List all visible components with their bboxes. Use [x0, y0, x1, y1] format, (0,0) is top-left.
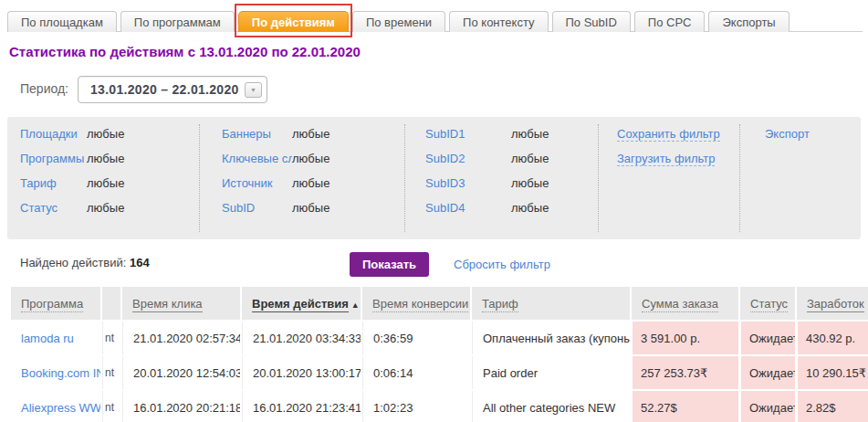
table-header-row: Программа Время клика Время действия▲ Вр… — [11, 287, 868, 320]
tab-subid[interactable]: По SubID — [552, 11, 631, 32]
found-actions-label: Найдено действий: — [20, 256, 126, 269]
tab-time[interactable]: По времени — [352, 11, 445, 32]
filter-subid4-link[interactable]: SubID4 — [425, 201, 465, 215]
cell-order-sum: 3 591.00 р. — [632, 322, 738, 354]
filter-platforms-link[interactable]: Площадки — [20, 127, 78, 141]
header-click-time: Время клика — [122, 287, 240, 320]
filter-subid3-value: любые — [511, 176, 549, 190]
cell-tariff: Paid order — [472, 356, 630, 389]
filter-divider — [404, 124, 405, 232]
filter-banners-link[interactable]: Баннеры — [222, 127, 271, 141]
filter-divider — [598, 124, 599, 232]
filter-subid2-link[interactable]: SubID2 — [425, 152, 465, 165]
filter-programs-link[interactable]: Программы — [20, 152, 84, 165]
header-order-sum: Сумма заказа — [632, 287, 738, 320]
cell-action-time: 16.01.2020 21:23:41 — [242, 391, 361, 422]
cell-type: nt — [102, 391, 120, 422]
filter-subid2-value: любые — [511, 152, 549, 165]
period-label: Период: — [20, 81, 68, 96]
filter-column-4: Сохранить фильтр Загрузить фильтр — [617, 127, 720, 176]
tab-actions[interactable]: По действиям — [238, 11, 349, 32]
filter-banners-value: любые — [292, 127, 329, 141]
chevron-down-icon[interactable]: ▼ — [245, 82, 262, 98]
cell-click-time: 16.01.2020 20:21:18 — [122, 391, 240, 422]
program-link[interactable]: Aliexpress WW — [21, 401, 100, 415]
header-status: Статус — [740, 287, 795, 320]
tab-platforms[interactable]: По площадкам — [7, 11, 117, 32]
filter-column-2: Баннерылюбые Ключевые слолюбые Источникл… — [222, 127, 329, 226]
filter-keywords-link[interactable]: Ключевые сло — [222, 152, 292, 165]
sort-action-time[interactable]: Время действия — [252, 297, 349, 312]
table-row: lamoda ru nt 21.01.2020 02:57:34 21.01.2… — [11, 322, 868, 354]
filter-source-value: любые — [292, 176, 329, 190]
tab-actions-label: По действиям — [252, 16, 335, 29]
filter-subid-value: любые — [292, 201, 329, 215]
load-filter-link[interactable]: Загрузить фильтр — [617, 152, 715, 166]
cell-program: lamoda ru — [11, 322, 100, 354]
tab-bar: По площадкам По программам По действиям … — [7, 11, 790, 32]
period-input[interactable]: 13.01.2020 – 22.01.2020 ▼ — [78, 76, 267, 103]
statistics-page: По площадкам По программам По действиям … — [0, 0, 868, 422]
cell-status: Ожидает — [740, 391, 795, 422]
cell-program: Booking.com IN — [11, 356, 100, 389]
filter-subid1-value: любые — [511, 127, 549, 141]
cell-tariff: All other categories NEW — [472, 391, 630, 422]
filter-column-5: Экспорт — [765, 127, 810, 152]
found-actions-count: 164 — [130, 256, 150, 269]
filter-status-value: любые — [87, 201, 124, 215]
cell-earnings: 2.82$ — [797, 391, 868, 422]
filter-platforms-value: любые — [87, 127, 124, 141]
show-button[interactable]: Показать — [350, 252, 429, 277]
cell-action-time: 21.01.2020 03:34:33 — [242, 322, 361, 354]
filter-column-1: Площадкилюбые Программылюбые Тарифлюбые … — [20, 127, 124, 226]
filter-status-link[interactable]: Статус — [20, 201, 58, 215]
cell-conversion-time: 0:06:14 — [362, 356, 470, 389]
reset-filter-link[interactable]: Сбросить фильтр — [454, 258, 550, 271]
cell-earnings: 430.92 р. — [797, 322, 868, 354]
header-tariff: Тариф — [472, 287, 630, 320]
sort-earnings[interactable]: Заработок — [807, 297, 864, 312]
sort-asc-icon: ▲ — [351, 301, 360, 310]
cell-action-time: 20.01.2020 13:00:17 — [242, 356, 361, 389]
tab-programs[interactable]: По программам — [120, 11, 235, 32]
sort-click-time[interactable]: Время клика — [132, 297, 203, 312]
filter-source-link[interactable]: Источник — [222, 176, 273, 190]
cell-earnings: 10 290.15₹ — [797, 356, 868, 389]
cell-conversion-time: 1:02:23 — [362, 391, 470, 422]
filter-divider — [739, 124, 740, 232]
tab-cpc[interactable]: По CPC — [634, 11, 706, 32]
program-link[interactable]: lamoda ru — [21, 332, 74, 345]
page-title: Статистика по действиям с 13.01.2020 по … — [9, 44, 361, 59]
filter-column-3: SubID1любые SubID2любые SubID3любые SubI… — [425, 127, 549, 226]
cell-type: nt — [102, 356, 120, 389]
filter-tariff-link[interactable]: Тариф — [20, 176, 57, 190]
cell-tariff: Оплаченный заказ (купоны) — [472, 322, 630, 354]
filter-keywords-value: любые — [292, 152, 329, 165]
filter-subid1-link[interactable]: SubID1 — [425, 127, 465, 141]
table-row: Booking.com IN nt 20.01.2020 12:54:03 20… — [11, 356, 868, 389]
period-value: 13.01.2020 – 22.01.2020 — [90, 82, 239, 97]
save-filter-link[interactable]: Сохранить фильтр — [617, 127, 720, 142]
filter-panel: Площадкилюбые Программылюбые Тарифлюбые … — [7, 117, 861, 239]
header-type — [102, 287, 120, 320]
header-earnings: Заработок — [797, 287, 868, 320]
tab-exports[interactable]: Экспорты — [708, 11, 789, 32]
filter-tariff-value: любые — [87, 176, 124, 190]
header-conversion-time: Время конверсии — [362, 287, 470, 320]
header-program: Программа — [11, 287, 100, 320]
cell-status: Ожидает — [740, 356, 795, 389]
cell-click-time: 20.01.2020 12:54:03 — [122, 356, 240, 389]
cell-type: nt — [102, 322, 120, 354]
filter-subid-link[interactable]: SubID — [222, 201, 255, 215]
export-link[interactable]: Экспорт — [765, 127, 810, 141]
cell-status: Ожидает — [740, 322, 795, 354]
cell-click-time: 21.01.2020 02:57:34 — [122, 322, 240, 354]
actions-table: Программа Время клика Время действия▲ Вр… — [9, 285, 859, 422]
filter-subid3-link[interactable]: SubID3 — [425, 176, 465, 190]
cell-program: Aliexpress WW — [11, 391, 100, 422]
cell-order-sum: 257 253.73₹ — [632, 356, 738, 389]
found-actions-text: Найдено действий: 164 — [20, 256, 150, 269]
program-link[interactable]: Booking.com IN — [21, 366, 100, 380]
filter-divider — [199, 124, 200, 232]
tab-context[interactable]: По контексту — [449, 11, 548, 32]
